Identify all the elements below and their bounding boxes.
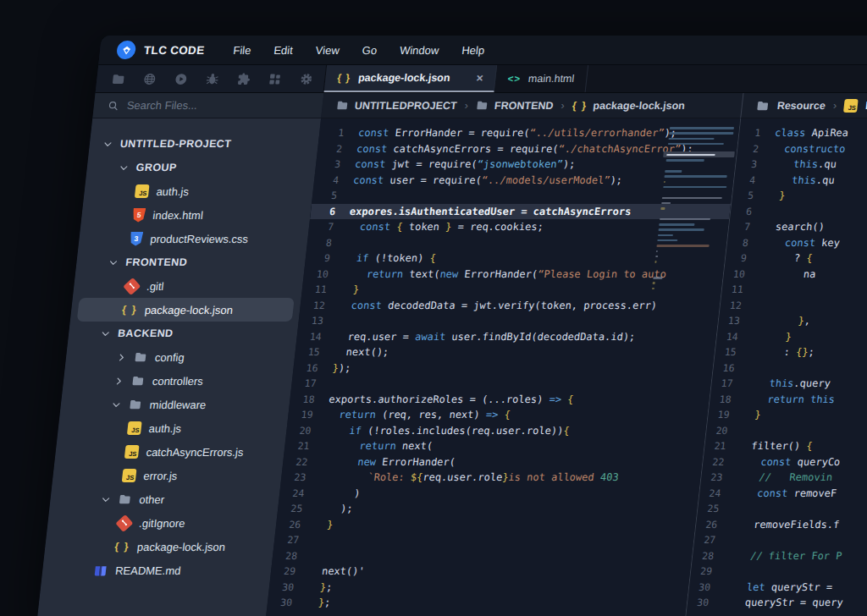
code-text: : {}; — [748, 346, 815, 358]
breadcrumb-separator: › — [561, 99, 566, 112]
tree-item-auth-js[interactable]: JSauth.js — [64, 416, 281, 440]
tree-item-auth-js[interactable]: JSauth.js — [90, 179, 307, 203]
close-icon[interactable]: × — [476, 71, 484, 85]
tree-item-backend[interactable]: BACKEND — [75, 322, 292, 345]
code-line: 13 — [298, 313, 719, 329]
line-number: 8 — [726, 237, 762, 249]
folder-icon — [475, 99, 489, 112]
tree-item-config[interactable]: config — [72, 345, 290, 369]
code-line: 19return (req, res, next) => { — [287, 407, 708, 423]
code-line: 7search() — [728, 219, 867, 235]
tree-item-readme-md[interactable]: README.md — [48, 558, 266, 582]
code-line: 3this.qu — [735, 157, 867, 173]
code-line: 27 — [273, 532, 694, 548]
code-line: 16}); — [293, 360, 714, 377]
minimap-line — [666, 159, 704, 162]
menu-item-file[interactable]: File — [233, 44, 252, 57]
code-editor-window: TLC CODE FileEditViewGoWindowHelp { }pac… — [36, 36, 867, 616]
search-input[interactable] — [126, 99, 297, 112]
code-line: 24) — [279, 486, 699, 502]
folder-icon[interactable] — [110, 72, 126, 86]
code-text: const removeF — [733, 487, 837, 499]
breadcrumb-item-frontend[interactable]: FRONTEND — [475, 99, 554, 112]
minimap-line — [663, 186, 726, 189]
breadcrumb-item-untitledproject[interactable]: UNTITLEDPROJECT — [335, 99, 457, 112]
code-text: // filter For P — [726, 550, 842, 562]
line-number: 5 — [732, 190, 767, 201]
code-line: 2constructo — [737, 141, 867, 157]
code-text: }; — [304, 597, 331, 608]
apps-icon[interactable] — [267, 72, 283, 86]
line-number: 15 — [295, 346, 334, 358]
line-number: 26 — [695, 519, 731, 531]
tab-main-html[interactable]: <>main.html — [494, 65, 588, 92]
tree-item-error-js[interactable]: JSerror.js — [58, 464, 276, 487]
app-logo-icon — [116, 41, 136, 59]
tree-item-productreviews-css[interactable]: 3productReviews.css — [85, 227, 302, 250]
tab-bar: { }package-lock.json×<>main.html — [324, 65, 867, 92]
tree-item-group[interactable]: GROUP — [92, 156, 310, 179]
tree-item-middleware[interactable]: middleware — [66, 393, 284, 416]
extensions-icon[interactable] — [235, 72, 251, 86]
line-number: 8 — [306, 237, 345, 249]
breadcrumb-item-package-lock-json[interactable]: { }package-lock.json — [572, 100, 686, 112]
tree-item-package-lock-json[interactable]: { }package-lock.json — [77, 298, 295, 322]
line-number: 9 — [725, 252, 760, 264]
line-number: 7 — [728, 221, 764, 233]
tree-item-label: error.js — [143, 470, 178, 482]
tree-item-index-html[interactable]: 5index.html — [87, 203, 305, 227]
tree-item-gitignore[interactable]: .gitIgnore — [53, 511, 271, 535]
menu-item-edit[interactable]: Edit — [273, 44, 294, 57]
minimap-line — [653, 282, 655, 284]
line-number: 25 — [697, 503, 732, 514]
code-text: next()' — [307, 565, 365, 577]
search-bar — [92, 93, 323, 118]
code-line: 17this.query — [711, 376, 867, 392]
code-text: return next( — [322, 440, 434, 452]
tree-item-label: controllers — [152, 375, 204, 388]
code-line: 8const key — [726, 235, 867, 251]
code-line: 20 — [705, 423, 867, 439]
braces-icon: { } — [337, 72, 351, 84]
code-line: 14req.user = await user.findById(decoded… — [296, 329, 717, 345]
line-number: 6 — [310, 206, 349, 217]
code-line: 21return next( — [284, 438, 704, 454]
tree-item-other[interactable]: other — [56, 487, 273, 511]
play-icon[interactable] — [173, 72, 189, 86]
tree-item-untitled-project[interactable]: UNTITLED-PROJECT — [95, 132, 312, 156]
line-number: 27 — [273, 534, 312, 546]
code-line: 14} — [716, 329, 867, 345]
settings-icon[interactable] — [298, 72, 314, 86]
tree-item-gitl[interactable]: .gitl — [80, 274, 297, 298]
minimap-line — [664, 181, 665, 184]
bug-icon[interactable] — [204, 72, 220, 86]
tree-item-label: GROUP — [135, 162, 177, 173]
tab-package-lock-json[interactable]: { }package-lock.json× — [324, 65, 498, 92]
code-editor-pane[interactable]: 1const ErrorHander = require(“../utils/e… — [265, 118, 740, 616]
code-text: }, — [752, 315, 811, 327]
code-text: new ErrorHander( — [320, 456, 456, 468]
tree-item-catchasyncerrors-js[interactable]: JScatchAsyncErrors.js — [61, 440, 279, 464]
toolbar-and-tabs-row: { }package-lock.json×<>main.html — [95, 65, 867, 93]
minimap-line — [659, 223, 694, 226]
tree-item-frontend[interactable]: FRONTEND — [82, 250, 300, 274]
minimap-line — [656, 245, 709, 247]
tree-item-package-lock-json[interactable]: { }package-lock.json — [51, 535, 268, 558]
app-title: TLC CODE — [143, 44, 205, 57]
minimap-line — [670, 127, 734, 129]
menu-item-view[interactable]: View — [315, 44, 340, 57]
code-line: 19} — [707, 407, 867, 423]
minimap-line — [661, 202, 671, 205]
tree-item-controllers[interactable]: controllers — [69, 369, 286, 393]
menu-item-help[interactable]: Help — [461, 44, 485, 57]
line-number: 12 — [720, 300, 755, 311]
menu-item-window[interactable]: Window — [399, 44, 439, 57]
menu-item-go[interactable]: Go — [362, 44, 378, 57]
code-text: return this — [743, 393, 836, 405]
code-text: removeFields.f — [729, 519, 840, 531]
breadcrumb-label: UNTITLEDPROJECT — [354, 100, 457, 112]
line-number: 30 — [268, 581, 307, 593]
globe-icon[interactable] — [141, 72, 157, 86]
code-line: 30let queryStr = — [688, 580, 867, 596]
css-file-icon: 3 — [130, 232, 144, 246]
